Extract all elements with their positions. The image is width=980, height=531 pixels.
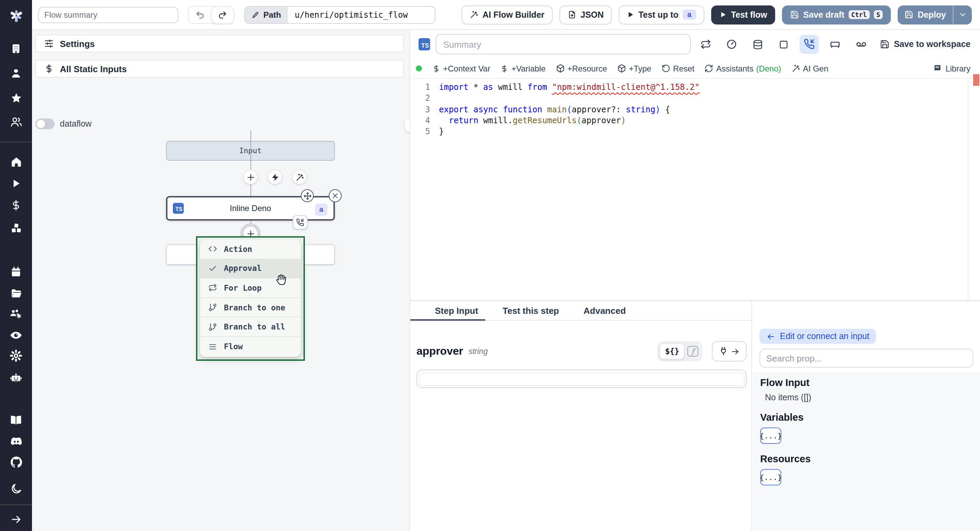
menu-item-flow[interactable]: Flow <box>200 337 301 356</box>
github-icon[interactable] <box>0 455 32 469</box>
menu-item-branch-to-all[interactable]: Branch to all <box>200 317 301 337</box>
prop-name: approver <box>417 345 463 357</box>
save-draft-button[interactable]: Save draft Ctrl S <box>782 5 891 24</box>
menu-item-branch-to-one[interactable]: Branch to one <box>200 298 301 317</box>
function-mode-icon[interactable]: ƒ <box>687 346 698 357</box>
shared-dir-icon[interactable] <box>852 35 871 54</box>
trigger-button[interactable] <box>267 169 282 185</box>
dollar-icon <box>44 64 54 73</box>
assistants-lang: (Deno) <box>756 64 781 73</box>
all-static-inputs-row[interactable]: All Static Inputs <box>35 60 404 78</box>
git-branch-icon <box>208 303 217 312</box>
mouse-cursor <box>274 274 287 291</box>
gear-icon[interactable] <box>0 349 32 362</box>
save-to-workspace-button[interactable]: Save to workspace <box>880 40 970 49</box>
calendar-icon[interactable] <box>0 266 32 278</box>
edit-or-connect-button[interactable]: Edit or connect an input <box>759 329 876 344</box>
prop-value-input[interactable] <box>417 370 746 388</box>
assistants-button[interactable]: Assistants (Deno) <box>705 64 781 73</box>
sidebar-divider <box>0 504 32 505</box>
path-group[interactable]: Path u/henri/optimistic_flow <box>244 6 436 24</box>
tab-advanced[interactable]: Advanced <box>571 301 638 320</box>
undo-button[interactable] <box>189 6 212 23</box>
template-mode-button[interactable]: ${} <box>659 343 685 359</box>
zap-icon <box>270 172 279 182</box>
connect-panel: Edit or connect an input Flow Input No i… <box>751 300 980 531</box>
menu-item-action[interactable]: Action <box>200 240 301 259</box>
sleep-icon[interactable] <box>826 35 845 54</box>
book-icon <box>933 64 942 73</box>
add-type-button[interactable]: +Type <box>617 64 651 73</box>
robot-icon[interactable] <box>0 371 32 384</box>
test-flow-button[interactable]: Test flow <box>711 5 775 24</box>
retries-icon[interactable] <box>697 35 716 54</box>
discord-icon[interactable] <box>0 434 32 448</box>
users-gear-icon[interactable] <box>0 308 32 321</box>
dollar-icon[interactable] <box>0 199 32 211</box>
search-prop-input[interactable] <box>759 349 973 368</box>
flow-settings-row[interactable]: Settings <box>35 35 404 53</box>
mock-icon[interactable] <box>774 35 793 54</box>
library-button[interactable]: Library <box>933 64 970 73</box>
arrow-right-icon[interactable] <box>0 513 32 526</box>
folder-icon[interactable] <box>0 287 32 300</box>
delete-node-button[interactable] <box>329 189 342 202</box>
deploy-dropdown-button[interactable] <box>953 5 972 24</box>
resources-title: Resources <box>760 453 980 464</box>
flow-graph-panel: Settings All Static Inputs dataflow + − … <box>32 30 410 531</box>
book-open-icon[interactable] <box>0 414 32 427</box>
move-node-button[interactable] <box>301 189 314 202</box>
package-icon <box>617 64 626 73</box>
moon-icon[interactable] <box>0 483 32 495</box>
step-tabs: Step Input Test this step Advanced <box>410 301 751 321</box>
plus-icon <box>246 172 255 182</box>
topbar: Path u/henri/optimistic_flow AI Flow Bui… <box>32 0 980 30</box>
add-variable-button[interactable]: +Variable <box>501 64 546 73</box>
dollar-icon <box>432 64 440 72</box>
summary-input[interactable] <box>436 34 691 54</box>
windmill-logo-icon[interactable] <box>0 8 32 23</box>
save-icon <box>790 10 799 19</box>
code-icon <box>208 245 217 254</box>
ai-insert-button[interactable] <box>292 169 307 185</box>
input-mode-toggle: ${} ƒ <box>657 341 702 362</box>
code-area[interactable]: 1import * as wmill from "npm:windmill-cl… <box>410 79 980 137</box>
json-button[interactable]: JSON <box>559 5 612 24</box>
early-stop-icon[interactable] <box>722 35 741 54</box>
plug-icon <box>719 346 728 356</box>
path-label: Path <box>245 6 288 23</box>
ai-flow-builder-button[interactable]: AI Flow Builder <box>461 5 553 24</box>
add-resource-button[interactable]: +Resource <box>556 64 607 73</box>
users-icon[interactable] <box>0 116 32 128</box>
flow-summary-input[interactable] <box>38 6 178 23</box>
eye-icon[interactable] <box>0 329 32 342</box>
ai-gen-button[interactable]: AI Gen <box>791 64 829 73</box>
deploy-button[interactable]: Deploy <box>898 5 953 24</box>
play-icon[interactable] <box>0 178 32 189</box>
wand-sparkles-icon <box>295 172 304 182</box>
dataflow-row: dataflow <box>35 114 404 134</box>
home-icon[interactable] <box>0 156 32 168</box>
add-context-var-button[interactable]: +Context Var <box>432 64 490 73</box>
insert-step-button[interactable] <box>243 169 258 185</box>
star-icon[interactable] <box>0 92 32 104</box>
dataflow-toggle[interactable] <box>35 118 54 129</box>
resources-chip[interactable]: {...} <box>760 469 781 485</box>
tab-step-input[interactable]: Step Input <box>423 301 490 320</box>
cache-icon[interactable] <box>748 35 767 54</box>
redo-button[interactable] <box>211 6 234 24</box>
step-panel: Step Input Test this step Advanced appro… <box>410 300 751 531</box>
variables-chip[interactable]: {...} <box>760 427 781 444</box>
package-icon <box>556 64 565 73</box>
building-icon[interactable] <box>0 43 32 54</box>
connect-input-button[interactable] <box>712 341 746 362</box>
boxes-icon[interactable] <box>0 222 32 234</box>
user-icon[interactable] <box>0 67 32 79</box>
connect-sections: Flow Input No items ([]) Variables {...}… <box>753 372 980 531</box>
tab-test-this-step[interactable]: Test this step <box>490 301 571 320</box>
test-up-to-button[interactable]: Test up to a <box>619 5 705 24</box>
suspend-icon[interactable] <box>800 35 819 54</box>
editor-toolbar: +Context Var +Variable +Resource +Type R… <box>410 59 980 79</box>
reset-button[interactable]: Reset <box>662 64 695 73</box>
zoom-in-button[interactable]: + <box>405 119 410 132</box>
